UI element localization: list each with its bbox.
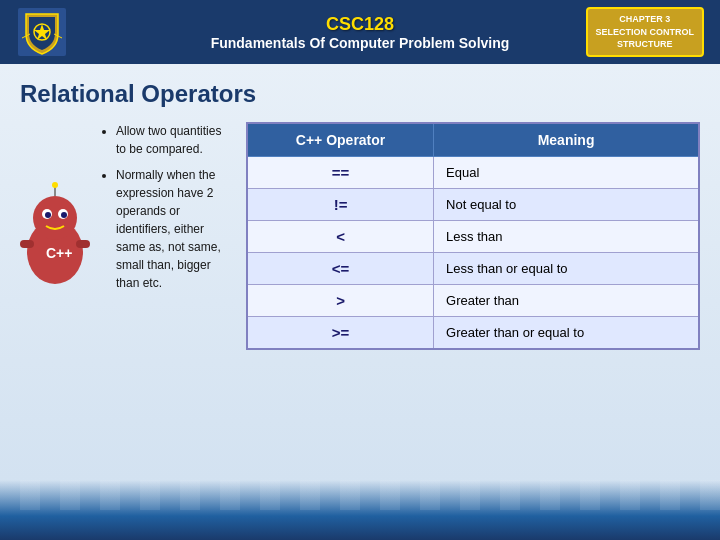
header: CSC128 Fundamentals Of Computer Problem …: [0, 0, 720, 64]
svg-rect-15: [76, 240, 90, 248]
operator-cell: <: [247, 221, 434, 253]
svg-text:C++: C++: [46, 245, 72, 261]
left-panel: C++ Allow two quantities to be compared.…: [20, 122, 230, 300]
chapter-badge-line3: STRUCTURE: [596, 38, 695, 51]
operator-cell: <=: [247, 253, 434, 285]
table-row: <=Less than or equal to: [247, 253, 699, 285]
svg-point-7: [33, 196, 77, 240]
operator-cell: !=: [247, 189, 434, 221]
col2-header: Meaning: [434, 123, 699, 157]
table-row: ==Equal: [247, 157, 699, 189]
table-row: >=Greater than or equal to: [247, 317, 699, 350]
table-row: <Less than: [247, 221, 699, 253]
svg-rect-14: [20, 240, 34, 248]
chapter-badge-line2: SELECTION CONTROL: [596, 26, 695, 39]
course-code: CSC128: [211, 14, 510, 35]
meaning-cell: Less than: [434, 221, 699, 253]
meaning-cell: Not equal to: [434, 189, 699, 221]
operator-cell: ==: [247, 157, 434, 189]
section-title: Relational Operators: [20, 80, 700, 108]
meaning-cell: Greater than: [434, 285, 699, 317]
content-row: C++ Allow two quantities to be compared.…: [20, 122, 700, 350]
chapter-badge: CHAPTER 3 SELECTION CONTROL STRUCTURE: [586, 7, 705, 57]
col1-header: C++ Operator: [247, 123, 434, 157]
bullet-list: Allow two quantities to be compared. Nor…: [100, 122, 230, 292]
right-panel: C++ Operator Meaning ==Equal!=Not equal …: [246, 122, 700, 350]
table-header-row: C++ Operator Meaning: [247, 123, 699, 157]
meaning-cell: Equal: [434, 157, 699, 189]
bullet-item-2: Normally when the expression have 2 oper…: [116, 166, 230, 292]
svg-point-10: [45, 212, 51, 218]
university-logo: [16, 6, 68, 58]
wave-decoration: [0, 480, 720, 540]
bullet-item-1: Allow two quantities to be compared.: [116, 122, 230, 158]
svg-point-13: [52, 182, 58, 188]
operator-cell: >: [247, 285, 434, 317]
meaning-cell: Less than or equal to: [434, 253, 699, 285]
operator-cell: >=: [247, 317, 434, 350]
header-title: CSC128 Fundamentals Of Computer Problem …: [211, 14, 510, 51]
table-row: >Greater than: [247, 285, 699, 317]
svg-point-11: [61, 212, 67, 218]
mascot: C++: [10, 182, 100, 297]
table-row: !=Not equal to: [247, 189, 699, 221]
slide: CSC128 Fundamentals Of Computer Problem …: [0, 0, 720, 540]
course-name: Fundamentals Of Computer Problem Solving: [211, 35, 510, 51]
operators-table: C++ Operator Meaning ==Equal!=Not equal …: [246, 122, 700, 350]
content-area: Relational Operators: [0, 64, 720, 540]
meaning-cell: Greater than or equal to: [434, 317, 699, 350]
chapter-badge-line1: CHAPTER 3: [596, 13, 695, 26]
